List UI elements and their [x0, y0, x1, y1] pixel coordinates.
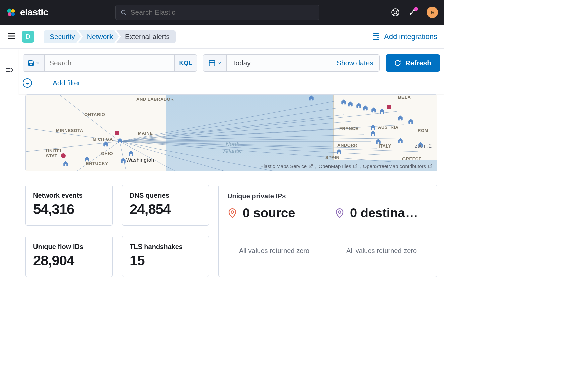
home-icon — [370, 130, 376, 136]
header-right: e — [391, 7, 438, 18]
external-link-icon — [353, 164, 357, 168]
breadcrumb-network[interactable]: Network — [78, 30, 119, 43]
stat-value: 54,316 — [33, 201, 105, 217]
svg-point-6 — [392, 9, 399, 16]
stat-value: 15 — [130, 253, 201, 269]
app-sub-header: D Security Network External alerts Add i… — [0, 25, 444, 49]
card-title: Unique private IPs — [227, 192, 428, 200]
refresh-button[interactable]: Refresh — [386, 54, 440, 72]
svg-line-40 — [120, 111, 397, 141]
show-dates-link[interactable]: Show dates — [331, 55, 379, 71]
add-integrations-link[interactable]: Add integrations — [372, 32, 437, 41]
elastic-logo-icon — [6, 7, 16, 17]
map-zoom-label: zoom: 2 — [415, 143, 432, 149]
home-icon — [117, 137, 123, 143]
svg-line-52 — [311, 165, 313, 167]
stat-title: TLS handshakes — [130, 243, 201, 251]
map-marker — [387, 105, 391, 109]
svg-line-49 — [120, 141, 176, 171]
svg-rect-23 — [209, 61, 215, 66]
ems-link[interactable]: Elastic Maps Service — [260, 163, 307, 169]
osm-link[interactable]: OpenStreetMap contributors — [363, 163, 426, 169]
stat-title: Unique flow IDs — [33, 243, 105, 251]
svg-point-56 — [338, 211, 341, 213]
stat-title: DNS queries — [130, 192, 201, 199]
global-search-input[interactable] — [131, 8, 314, 16]
home-icon — [397, 137, 404, 143]
breadcrumb-external-alerts: External alerts — [116, 30, 176, 43]
stat-title: Network events — [33, 192, 105, 199]
svg-line-41 — [120, 125, 404, 141]
home-icon — [347, 101, 353, 107]
stat-network-events: Network events 54,316 — [25, 185, 113, 226]
svg-line-5 — [124, 13, 126, 15]
query-bar: KQL Today Show dates Refresh — [19, 49, 444, 94]
news-feed-icon[interactable] — [409, 8, 417, 16]
pin-icon — [335, 208, 345, 218]
query-input-group: KQL — [23, 54, 197, 72]
home-icon — [408, 118, 414, 124]
saved-query-button[interactable] — [23, 55, 45, 71]
chevron-down-icon — [36, 61, 40, 65]
home-icon — [63, 160, 69, 166]
filter-separator — [37, 83, 42, 83]
svg-point-12 — [414, 9, 415, 11]
date-quick-select[interactable] — [203, 55, 227, 71]
date-picker-group: Today Show dates — [203, 54, 380, 72]
home-icon — [371, 107, 377, 113]
home-icon — [120, 157, 126, 163]
timeline-expand-icon[interactable] — [5, 66, 14, 287]
svg-line-11 — [396, 13, 398, 15]
stat-tls-handshakes: TLS handshakes 15 — [122, 236, 209, 277]
home-icon — [397, 115, 404, 121]
avatar[interactable]: e — [427, 7, 438, 18]
svg-line-9 — [396, 10, 398, 11]
svg-line-44 — [59, 95, 120, 141]
svg-line-50 — [120, 141, 227, 171]
network-map[interactable]: AND LABRADOR ONTARIO MINNESOTA MICHIGA M… — [25, 94, 437, 171]
svg-line-54 — [430, 165, 432, 167]
svg-point-7 — [394, 11, 397, 14]
nav-toggle-icon[interactable] — [7, 31, 16, 42]
svg-line-39 — [120, 141, 391, 162]
svg-line-53 — [355, 165, 357, 167]
svg-point-4 — [121, 10, 125, 14]
help-icon[interactable] — [391, 8, 400, 17]
svg-line-45 — [26, 128, 120, 141]
add-filter-button[interactable]: + Add filter — [47, 79, 80, 87]
calendar-icon — [208, 59, 216, 67]
home-icon — [375, 138, 381, 144]
stat-dns-queries: DNS queries 24,854 — [122, 185, 209, 226]
stats-panel: Network events 54,316 DNS queries 24,854… — [19, 171, 444, 277]
filter-options-icon[interactable] — [23, 78, 32, 88]
kql-toggle[interactable]: KQL — [174, 55, 197, 71]
home-icon — [341, 99, 347, 105]
elastic-logo[interactable]: elastic — [6, 7, 48, 18]
space-selector[interactable]: D — [22, 31, 34, 43]
svg-line-8 — [393, 10, 394, 11]
global-search[interactable] — [115, 5, 319, 20]
external-link-icon — [428, 164, 432, 168]
stat-value: 24,854 — [130, 201, 201, 217]
svg-line-47 — [76, 141, 120, 171]
collapsed-sidebar — [0, 49, 19, 287]
map-attribution: Elastic Maps Service , OpenMapTiles , Op… — [260, 163, 432, 169]
svg-line-48 — [120, 141, 126, 171]
date-range-display[interactable]: Today — [227, 55, 331, 71]
source-ips: 0 source — [227, 206, 321, 220]
map-marker — [61, 153, 66, 158]
svg-point-0 — [7, 9, 12, 13]
home-icon — [103, 141, 109, 147]
map-marker — [115, 131, 119, 135]
home-icon — [128, 150, 134, 156]
home-icon — [362, 105, 368, 111]
omt-link[interactable]: OpenMapTiles — [318, 163, 351, 169]
home-icon — [379, 108, 385, 114]
external-link-icon — [309, 164, 313, 168]
search-input[interactable] — [45, 55, 174, 71]
avatar-letter: e — [431, 9, 434, 16]
chevron-down-icon — [218, 61, 222, 65]
pin-icon — [227, 208, 237, 218]
stat-unique-flow-ids: Unique flow IDs 28,904 — [25, 236, 113, 277]
breadcrumb-security[interactable]: Security — [44, 30, 81, 43]
